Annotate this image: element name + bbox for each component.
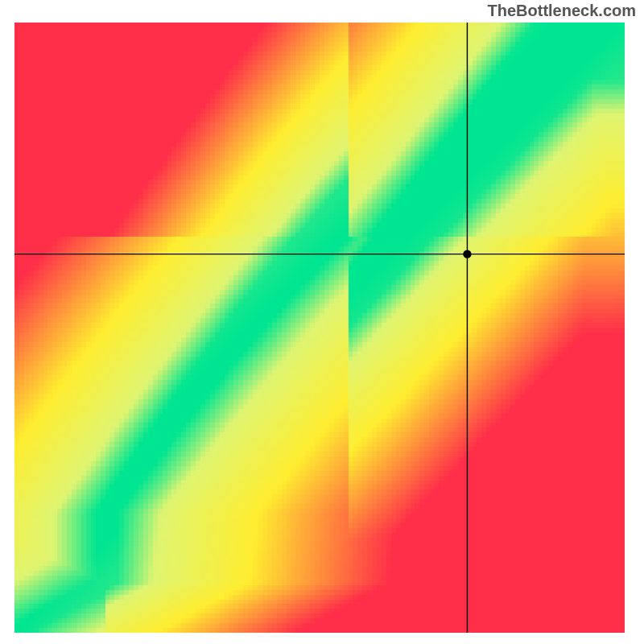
chart-container: TheBottleneck.com (0, 0, 644, 644)
heatmap-canvas (0, 0, 644, 644)
watermark-text: TheBottleneck.com (488, 2, 636, 20)
